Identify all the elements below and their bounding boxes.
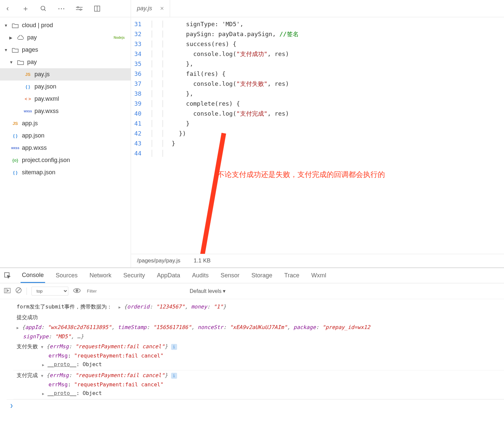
devtools-tab-audits[interactable]: Audits bbox=[191, 269, 210, 282]
code-editor[interactable]: 3132333435363738394041424344 │ │ signTyp… bbox=[131, 17, 504, 254]
svg-line-15 bbox=[17, 288, 21, 292]
tree-item-app-js[interactable]: JSapp.js bbox=[0, 117, 131, 130]
svg-point-17 bbox=[76, 290, 78, 292]
clear-console-icon[interactable] bbox=[15, 287, 22, 295]
log-entry: ▶ {appId: "wx26438c2d76113895", timeStam… bbox=[13, 322, 504, 342]
log-entry-complete: 支付完成 ▼ {errMsg: "requestPayment:fail can… bbox=[13, 370, 504, 399]
console-prompt[interactable]: ❯ bbox=[7, 399, 504, 412]
tree-item-pay[interactable]: ▶payNodejs bbox=[0, 31, 131, 44]
svg-point-0 bbox=[41, 6, 45, 10]
tree-item-pages[interactable]: ▼pages bbox=[0, 44, 131, 56]
sidebar-toolbar: ‹ ＋ ⋯ bbox=[0, 0, 131, 17]
info-icon[interactable]: i bbox=[171, 344, 177, 350]
tree-item-pay-wxml[interactable]: < >pay.wxml bbox=[0, 93, 131, 105]
file-explorer-sidebar: ‹ ＋ ⋯ ▼cloud | prod▶payNodejs▼pages▼payJ… bbox=[0, 0, 131, 267]
svg-point-5 bbox=[80, 9, 81, 10]
sidebar-toggle-icon[interactable] bbox=[4, 287, 11, 295]
filter-input[interactable] bbox=[86, 287, 185, 295]
settings-icon[interactable] bbox=[75, 4, 84, 13]
tree-item-sitemap-json[interactable]: { }sitemap.json bbox=[0, 166, 131, 179]
devtools-tabs: ConsoleSourcesNetworkSecurityAppDataAudi… bbox=[0, 268, 504, 283]
console-toolbar: top Default levels ▾ bbox=[0, 283, 504, 299]
tree-item-project-config-json[interactable]: {o}project.config.json bbox=[0, 154, 131, 166]
devtools-tab-storage[interactable]: Storage bbox=[250, 269, 274, 282]
devtools-tab-console[interactable]: Console bbox=[21, 268, 45, 283]
more-icon[interactable]: ⋯ bbox=[57, 4, 66, 13]
live-icon[interactable] bbox=[73, 287, 81, 295]
svg-marker-13 bbox=[7, 290, 9, 292]
tree-item-pay[interactable]: ▼pay bbox=[0, 56, 131, 68]
info-icon[interactable]: i bbox=[171, 373, 177, 379]
devtools-tab-sources[interactable]: Sources bbox=[54, 269, 79, 282]
annotation-text: 不论支付成功还是失败，支付完成的回调都会执行的 bbox=[217, 170, 385, 180]
tree-item-pay-wxss[interactable]: wxsspay.wxss bbox=[0, 105, 131, 117]
devtools-tab-wxml[interactable]: Wxml bbox=[310, 269, 328, 282]
tree-item-app-wxss[interactable]: wxssapp.wxss bbox=[0, 142, 131, 154]
editor-tabs: pay.js × bbox=[131, 0, 504, 17]
tab-label: pay.js bbox=[137, 5, 152, 12]
devtools-tab-security[interactable]: Security bbox=[122, 269, 146, 282]
log-levels-select[interactable]: Default levels ▾ bbox=[190, 288, 226, 294]
editor-panel: pay.js × 3132333435363738394041424344 │ … bbox=[131, 0, 504, 267]
log-entry: 提交成功 bbox=[13, 312, 504, 322]
inspect-icon[interactable] bbox=[4, 272, 11, 279]
file-size: 1.1 KB bbox=[194, 257, 211, 264]
log-entry: form发生了submit事件，携带数据为： ▶ {orderid: "1234… bbox=[13, 302, 504, 312]
collapse-icon[interactable]: ‹ bbox=[3, 4, 12, 13]
code-content[interactable]: │ │ signType: 'MD5',│ │ paySign: payData… bbox=[147, 17, 302, 254]
log-entry-fail: 支付失败 ▼ {errMsg: "requestPayment:fail can… bbox=[13, 342, 504, 370]
tree-item-pay-json[interactable]: { }pay.json bbox=[0, 81, 131, 93]
split-icon[interactable] bbox=[93, 4, 101, 13]
devtools-tab-sensor[interactable]: Sensor bbox=[219, 269, 241, 282]
svg-line-1 bbox=[44, 9, 46, 11]
tree-item-pay-js[interactable]: JSpay.js bbox=[0, 68, 131, 81]
add-icon[interactable]: ＋ bbox=[21, 4, 30, 13]
devtools-tab-trace[interactable]: Trace bbox=[283, 269, 300, 282]
tab-pay-js[interactable]: pay.js × bbox=[131, 0, 170, 17]
tree-item-app-json[interactable]: { }app.json bbox=[0, 130, 131, 142]
devtools-panel: ConsoleSourcesNetworkSecurityAppDataAudi… bbox=[0, 268, 504, 444]
line-gutter: 3132333435363738394041424344 bbox=[131, 17, 147, 254]
search-icon[interactable] bbox=[39, 4, 48, 13]
svg-point-4 bbox=[77, 7, 79, 8]
file-tree[interactable]: ▼cloud | prod▶payNodejs▼pages▼payJSpay.j… bbox=[0, 17, 131, 267]
devtools-tab-appdata[interactable]: AppData bbox=[156, 269, 181, 282]
close-icon[interactable]: × bbox=[160, 5, 164, 12]
devtools-tab-network[interactable]: Network bbox=[88, 269, 113, 282]
tree-item-cloud---prod[interactable]: ▼cloud | prod bbox=[0, 19, 131, 31]
file-path: /pages/pay/pay.js bbox=[137, 257, 180, 264]
editor-status-bar: /pages/pay/pay.js 1.1 KB bbox=[131, 254, 504, 267]
console-output[interactable]: form发生了submit事件，携带数据为： ▶ {orderid: "1234… bbox=[0, 299, 504, 444]
context-select[interactable]: top bbox=[31, 287, 68, 296]
